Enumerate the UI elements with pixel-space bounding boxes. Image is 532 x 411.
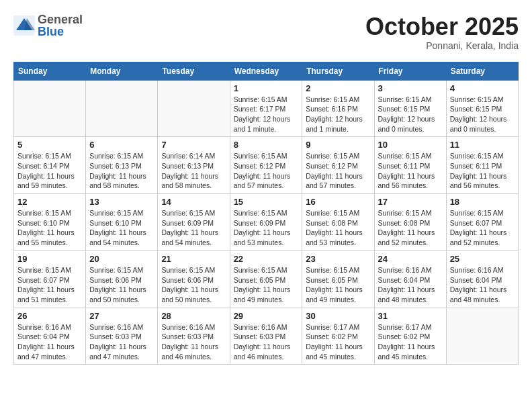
day-info: Sunrise: 6:15 AMSunset: 6:05 PMDaylight:… (306, 265, 370, 305)
page-header: General Blue October 2025 Ponnani, Keral… (13, 13, 519, 51)
weekday-header-saturday: Saturday (446, 62, 518, 80)
day-cell (14, 80, 86, 137)
day-cell: 28Sunrise: 6:16 AMSunset: 6:03 PMDayligh… (158, 308, 230, 365)
day-cell (446, 308, 518, 365)
day-info: Sunrise: 6:16 AMSunset: 6:03 PMDaylight:… (89, 322, 154, 362)
day-info: Sunrise: 6:15 AMSunset: 6:09 PMDaylight:… (234, 208, 299, 248)
day-cell: 21Sunrise: 6:15 AMSunset: 6:06 PMDayligh… (158, 250, 230, 308)
day-cell (86, 80, 158, 137)
week-row-4: 19Sunrise: 6:15 AMSunset: 6:07 PMDayligh… (14, 250, 519, 308)
weekday-header-friday: Friday (374, 62, 446, 80)
day-number: 12 (17, 197, 82, 207)
day-cell: 29Sunrise: 6:16 AMSunset: 6:03 PMDayligh… (230, 308, 302, 365)
week-row-1: 1Sunrise: 6:15 AMSunset: 6:17 PMDaylight… (14, 80, 519, 137)
day-number: 4 (450, 83, 515, 93)
day-number: 24 (378, 254, 443, 264)
day-cell: 8Sunrise: 6:15 AMSunset: 6:12 PMDaylight… (230, 137, 302, 194)
day-number: 23 (306, 254, 370, 264)
day-cell: 9Sunrise: 6:15 AMSunset: 6:12 PMDaylight… (302, 137, 374, 194)
day-cell: 27Sunrise: 6:16 AMSunset: 6:03 PMDayligh… (86, 308, 158, 365)
day-number: 17 (378, 197, 443, 207)
week-row-3: 12Sunrise: 6:15 AMSunset: 6:10 PMDayligh… (14, 194, 519, 251)
day-cell: 4Sunrise: 6:15 AMSunset: 6:15 PMDaylight… (446, 80, 518, 137)
calendar-table: SundayMondayTuesdayWednesdayThursdayFrid… (13, 62, 519, 365)
day-cell: 26Sunrise: 6:16 AMSunset: 6:04 PMDayligh… (14, 308, 86, 365)
day-cell: 11Sunrise: 6:15 AMSunset: 6:11 PMDayligh… (446, 137, 518, 194)
day-number: 30 (306, 311, 370, 321)
day-number: 18 (450, 197, 515, 207)
day-number: 16 (306, 197, 370, 207)
day-info: Sunrise: 6:15 AMSunset: 6:15 PMDaylight:… (450, 95, 515, 134)
day-info: Sunrise: 6:15 AMSunset: 6:06 PMDaylight:… (89, 265, 154, 305)
day-info: Sunrise: 6:14 AMSunset: 6:13 PMDaylight:… (161, 151, 226, 191)
title-area: October 2025 Ponnani, Kerala, India (365, 13, 519, 51)
day-info: Sunrise: 6:15 AMSunset: 6:08 PMDaylight:… (306, 208, 370, 248)
day-number: 13 (89, 197, 154, 207)
day-number: 15 (234, 197, 299, 207)
day-cell: 22Sunrise: 6:15 AMSunset: 6:05 PMDayligh… (230, 250, 302, 308)
day-info: Sunrise: 6:16 AMSunset: 6:04 PMDaylight:… (450, 265, 515, 305)
day-cell: 30Sunrise: 6:17 AMSunset: 6:02 PMDayligh… (302, 308, 374, 365)
day-number: 2 (306, 83, 370, 93)
day-number: 20 (89, 254, 154, 264)
day-number: 9 (306, 140, 370, 150)
day-cell: 1Sunrise: 6:15 AMSunset: 6:17 PMDaylight… (230, 80, 302, 137)
day-cell: 17Sunrise: 6:15 AMSunset: 6:08 PMDayligh… (374, 194, 446, 251)
day-cell: 31Sunrise: 6:17 AMSunset: 6:02 PMDayligh… (374, 308, 446, 365)
day-number: 31 (378, 311, 443, 321)
day-number: 1 (234, 83, 299, 93)
day-info: Sunrise: 6:15 AMSunset: 6:17 PMDaylight:… (234, 95, 299, 134)
weekday-header-wednesday: Wednesday (230, 62, 302, 80)
day-info: Sunrise: 6:15 AMSunset: 6:10 PMDaylight:… (17, 208, 82, 248)
day-number: 3 (378, 83, 443, 93)
day-info: Sunrise: 6:15 AMSunset: 6:15 PMDaylight:… (378, 95, 443, 134)
day-info: Sunrise: 6:15 AMSunset: 6:07 PMDaylight:… (17, 265, 82, 305)
day-info: Sunrise: 6:16 AMSunset: 6:04 PMDaylight:… (378, 265, 443, 305)
day-number: 10 (378, 140, 443, 150)
day-info: Sunrise: 6:15 AMSunset: 6:05 PMDaylight:… (234, 265, 299, 305)
day-info: Sunrise: 6:15 AMSunset: 6:06 PMDaylight:… (161, 265, 226, 305)
day-cell: 25Sunrise: 6:16 AMSunset: 6:04 PMDayligh… (446, 250, 518, 308)
day-number: 22 (234, 254, 299, 264)
day-number: 25 (450, 254, 515, 264)
day-info: Sunrise: 6:15 AMSunset: 6:10 PMDaylight:… (89, 208, 154, 248)
day-info: Sunrise: 6:16 AMSunset: 6:03 PMDaylight:… (161, 322, 226, 362)
day-cell: 7Sunrise: 6:14 AMSunset: 6:13 PMDaylight… (158, 137, 230, 194)
logo-general-text: General (38, 13, 83, 26)
day-info: Sunrise: 6:17 AMSunset: 6:02 PMDaylight:… (378, 322, 443, 362)
day-info: Sunrise: 6:15 AMSunset: 6:11 PMDaylight:… (450, 151, 515, 191)
day-info: Sunrise: 6:15 AMSunset: 6:12 PMDaylight:… (234, 151, 299, 191)
day-number: 26 (17, 311, 82, 321)
day-cell: 15Sunrise: 6:15 AMSunset: 6:09 PMDayligh… (230, 194, 302, 251)
day-cell: 13Sunrise: 6:15 AMSunset: 6:10 PMDayligh… (86, 194, 158, 251)
day-cell: 20Sunrise: 6:15 AMSunset: 6:06 PMDayligh… (86, 250, 158, 308)
day-number: 7 (161, 140, 226, 150)
week-row-5: 26Sunrise: 6:16 AMSunset: 6:04 PMDayligh… (14, 308, 519, 365)
weekday-header-monday: Monday (86, 62, 158, 80)
day-cell: 24Sunrise: 6:16 AMSunset: 6:04 PMDayligh… (374, 250, 446, 308)
day-info: Sunrise: 6:17 AMSunset: 6:02 PMDaylight:… (306, 322, 370, 362)
logo-blue-text: Blue (38, 26, 83, 38)
day-number: 14 (161, 197, 226, 207)
day-number: 5 (17, 140, 82, 150)
day-cell: 16Sunrise: 6:15 AMSunset: 6:08 PMDayligh… (302, 194, 374, 251)
location: Ponnani, Kerala, India (365, 40, 519, 51)
day-info: Sunrise: 6:15 AMSunset: 6:14 PMDaylight:… (17, 151, 82, 191)
week-row-2: 5Sunrise: 6:15 AMSunset: 6:14 PMDaylight… (14, 137, 519, 194)
day-cell: 19Sunrise: 6:15 AMSunset: 6:07 PMDayligh… (14, 250, 86, 308)
day-number: 6 (89, 140, 154, 150)
day-number: 11 (450, 140, 515, 150)
day-number: 27 (89, 311, 154, 321)
logo: General Blue (13, 13, 83, 38)
day-number: 28 (161, 311, 226, 321)
day-number: 8 (234, 140, 299, 150)
day-cell: 3Sunrise: 6:15 AMSunset: 6:15 PMDaylight… (374, 80, 446, 137)
weekday-header-tuesday: Tuesday (158, 62, 230, 80)
weekday-header-row: SundayMondayTuesdayWednesdayThursdayFrid… (14, 62, 519, 80)
weekday-header-sunday: Sunday (14, 62, 86, 80)
day-number: 19 (17, 254, 82, 264)
logo-icon (13, 15, 35, 36)
day-number: 29 (234, 311, 299, 321)
month-title: October 2025 (365, 13, 519, 40)
day-cell: 5Sunrise: 6:15 AMSunset: 6:14 PMDaylight… (14, 137, 86, 194)
